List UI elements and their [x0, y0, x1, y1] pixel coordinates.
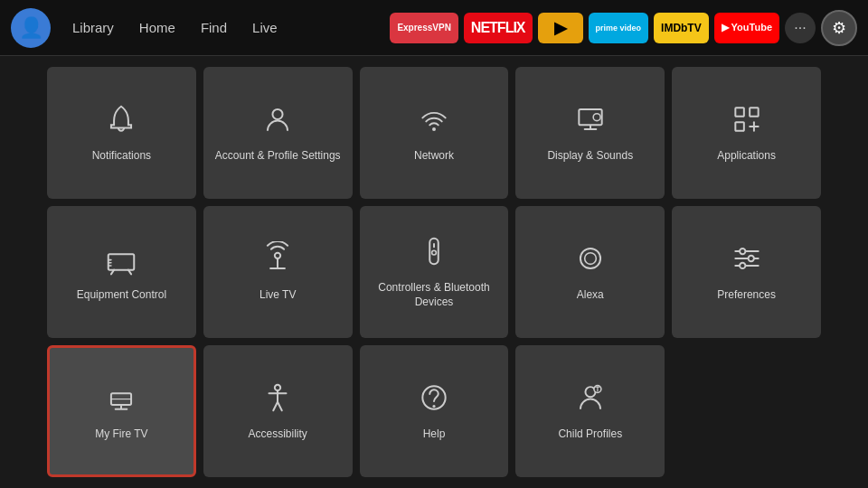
- person-icon: [260, 102, 295, 140]
- firetv-icon: [104, 380, 138, 418]
- nav-link-find[interactable]: Find: [190, 14, 238, 41]
- settings-item-label: Equipment Control: [77, 288, 166, 303]
- nav-link-home[interactable]: Home: [128, 14, 186, 41]
- settings-item-label: My Fire TV: [95, 427, 147, 442]
- apps-icon: [730, 102, 764, 140]
- settings-item-help[interactable]: Help: [360, 345, 509, 477]
- settings-item-applications[interactable]: Applications: [672, 67, 821, 199]
- svg-line-39: [278, 402, 282, 411]
- svg-rect-6: [735, 108, 744, 117]
- settings-item-label: Alexa: [577, 288, 604, 303]
- settings-grid: NotificationsAccount & Profile SettingsN…: [0, 56, 868, 488]
- childprofile-icon: [573, 380, 608, 418]
- settings-item-label: Controllers & Bluetooth Devices: [369, 281, 500, 309]
- settings-item-label: Live TV: [259, 288, 296, 303]
- sliders-icon: [730, 241, 764, 279]
- settings-item-display-sounds[interactable]: Display & Sounds: [515, 67, 665, 199]
- settings-item-label: Display & Sounds: [547, 149, 633, 164]
- settings-item-equipment-control[interactable]: Equipment Control: [47, 206, 196, 338]
- settings-item-label: Applications: [717, 149, 776, 164]
- settings-item-accessibility[interactable]: Accessibility: [203, 345, 353, 477]
- nav-link-library[interactable]: Library: [61, 14, 125, 41]
- app-prime[interactable]: prime video: [589, 13, 649, 43]
- svg-line-38: [273, 402, 278, 411]
- svg-point-30: [740, 263, 745, 268]
- settings-item-notifications[interactable]: Notifications: [47, 67, 196, 199]
- settings-item-label: Accessibility: [249, 427, 307, 442]
- settings-item-label: Account & Profile Settings: [215, 149, 341, 164]
- nav-apps: ExpressVPNNETFLIX▶prime videoIMDbTV▶ You…: [390, 10, 857, 46]
- svg-point-29: [748, 256, 753, 261]
- svg-point-1: [432, 127, 436, 131]
- settings-item-label: Child Profiles: [558, 427, 622, 442]
- settings-item-preferences[interactable]: Preferences: [672, 206, 821, 338]
- settings-item-label: Notifications: [92, 149, 151, 164]
- settings-item-my-fire-tv[interactable]: My Fire TV: [47, 345, 196, 477]
- settings-item-account-profile[interactable]: Account & Profile Settings: [203, 67, 353, 199]
- svg-point-0: [273, 109, 283, 119]
- antenna-icon: [260, 241, 295, 279]
- svg-point-41: [432, 405, 435, 408]
- help-icon: [417, 380, 451, 418]
- svg-rect-2: [579, 109, 601, 125]
- app-netflix[interactable]: NETFLIX: [464, 13, 533, 43]
- settings-item-child-profiles[interactable]: Child Profiles: [515, 345, 665, 477]
- nav-links: LibraryHomeFindLive: [61, 14, 288, 41]
- top-nav: 👤 LibraryHomeFindLive ExpressVPNNETFLIX▶…: [0, 0, 868, 56]
- settings-button[interactable]: ⚙: [821, 10, 857, 46]
- svg-rect-7: [750, 108, 759, 117]
- svg-point-17: [275, 253, 280, 258]
- more-button[interactable]: ···: [785, 13, 816, 43]
- wifi-icon: [417, 102, 451, 140]
- nav-link-live[interactable]: Live: [241, 14, 288, 41]
- display-icon: [573, 102, 608, 140]
- bell-icon: [104, 102, 138, 140]
- avatar[interactable]: 👤: [11, 8, 51, 48]
- settings-item-label: Network: [414, 149, 454, 164]
- svg-point-24: [584, 253, 596, 265]
- accessibility-icon: [260, 380, 295, 418]
- svg-rect-8: [735, 122, 744, 131]
- settings-item-live-tv[interactable]: Live TV: [203, 206, 353, 338]
- tv-icon: [104, 241, 138, 279]
- app-youtube[interactable]: ▶ YouTube: [714, 13, 779, 43]
- settings-item-label: Preferences: [717, 288, 776, 303]
- app-plex[interactable]: ▶: [538, 13, 583, 43]
- svg-point-22: [432, 251, 437, 256]
- remote-icon: [417, 234, 451, 272]
- svg-point-28: [740, 249, 745, 254]
- settings-item-label: Help: [423, 427, 446, 442]
- alexa-icon: [573, 241, 608, 279]
- svg-point-5: [593, 114, 600, 121]
- settings-item-network[interactable]: Network: [360, 67, 509, 199]
- settings-item-controllers-bluetooth[interactable]: Controllers & Bluetooth Devices: [360, 206, 509, 338]
- app-imdb[interactable]: IMDbTV: [654, 13, 709, 43]
- svg-point-23: [580, 249, 600, 268]
- app-expressvpn[interactable]: ExpressVPN: [390, 13, 458, 43]
- settings-item-alexa[interactable]: Alexa: [515, 206, 665, 338]
- svg-rect-11: [108, 254, 135, 269]
